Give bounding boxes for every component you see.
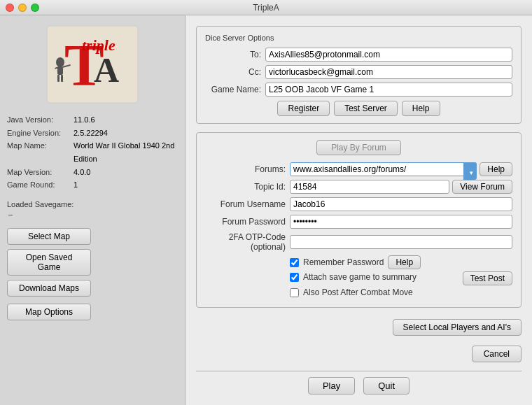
- select-map-button[interactable]: Select Map: [7, 228, 91, 245]
- java-version-value: 11.0.6: [74, 113, 178, 127]
- remember-password-row: Remember Password Help: [290, 255, 512, 269]
- username-label: Forum Username: [205, 199, 286, 209]
- game-name-row: Game Name:: [205, 83, 512, 97]
- password-label: Forum Password: [205, 217, 286, 227]
- map-name-row: Map Name: World War II Global 1940 2nd E…: [7, 139, 178, 165]
- forums-label: Forums:: [205, 164, 286, 174]
- game-name-label: Game Name:: [205, 85, 261, 94]
- java-version-label: Java Version:: [7, 113, 74, 127]
- java-version-row: Java Version: 11.0.6: [7, 113, 178, 127]
- left-panel: T triple A Java Version: 11.0.6: [0, 15, 186, 405]
- quit-button[interactable]: Quit: [363, 377, 410, 395]
- close-button[interactable]: [6, 3, 14, 12]
- triplea-logo: T triple A: [43, 22, 141, 106]
- topic-id-row: Topic Id: View Forum: [205, 180, 512, 194]
- loaded-savegame-label: Loaded Savegame:: [7, 200, 74, 208]
- cancel-area: Cancel: [196, 346, 522, 362]
- dice-help-button[interactable]: Help: [402, 101, 440, 116]
- engine-version-label: Engine Version:: [7, 127, 74, 140]
- map-version-row: Map Version: 4.0.0: [7, 166, 178, 179]
- left-buttons: Select Map Open Saved Game Download Maps: [7, 228, 178, 297]
- forum-section: Play By Forum Forums: www.axisandallies.…: [196, 132, 522, 308]
- svg-point-4: [56, 57, 64, 67]
- map-options-button[interactable]: Map Options: [7, 304, 91, 320]
- to-row: To:: [205, 48, 512, 62]
- otp-label: 2FA OTP-Code (optional): [205, 232, 286, 252]
- svg-rect-8: [57, 75, 59, 82]
- logo-area: T triple A: [7, 22, 178, 106]
- to-input[interactable]: [265, 48, 512, 62]
- remember-help-button[interactable]: Help: [388, 255, 421, 269]
- cc-input[interactable]: [265, 65, 512, 79]
- to-label: To:: [205, 50, 261, 59]
- otp-row: 2FA OTP-Code (optional): [205, 232, 512, 252]
- attach-save-label: Attach save game to summary: [303, 272, 416, 282]
- info-table: Java Version: 11.0.6 Engine Version: 2.5…: [7, 113, 178, 192]
- maximize-button[interactable]: [31, 3, 39, 12]
- cancel-button[interactable]: Cancel: [472, 346, 522, 362]
- right-panel: Dice Server Options To: Cc: Game Name: R…: [186, 15, 532, 405]
- svg-rect-5: [57, 66, 63, 75]
- game-round-label: Game Round:: [7, 178, 74, 192]
- title-bar: TripleA: [0, 0, 532, 15]
- svg-text:A: A: [94, 50, 119, 90]
- forums-select-wrapper: www.axisandallies.org/forums/: [290, 162, 477, 176]
- game-name-input[interactable]: [265, 83, 512, 97]
- map-version-value: 4.0.0: [74, 166, 178, 179]
- checkbox-area: Remember Password Help Attach save game …: [290, 255, 512, 300]
- loaded-savegame-value: –: [7, 210, 178, 218]
- topic-id-area: View Forum: [290, 180, 512, 194]
- window-controls[interactable]: [6, 3, 39, 12]
- forums-row: Forums: www.axisandallies.org/forums/ He…: [205, 162, 512, 176]
- svg-rect-9: [61, 75, 63, 82]
- bottom-bar: Play Quit: [196, 371, 522, 395]
- open-saved-game-button[interactable]: Open Saved Game: [7, 249, 91, 276]
- otp-input[interactable]: [290, 235, 512, 249]
- view-forum-button[interactable]: View Forum: [452, 180, 512, 194]
- main-content: T triple A Java Version: 11.0.6: [0, 15, 532, 405]
- topic-id-input[interactable]: [290, 180, 449, 194]
- attach-save-checkbox[interactable]: [290, 273, 299, 282]
- minimize-button[interactable]: [18, 3, 27, 12]
- attach-save-row: Attach save game to summary: [290, 272, 416, 282]
- map-version-label: Map Version:: [7, 166, 74, 179]
- engine-version-value: 2.5.22294: [74, 127, 178, 140]
- play-by-forum-button[interactable]: Play By Forum: [316, 140, 401, 155]
- window-title: TripleA: [253, 3, 279, 13]
- engine-version-row: Engine Version: 2.5.22294: [7, 127, 178, 140]
- dice-server-title: Dice Server Options: [205, 34, 512, 42]
- password-input[interactable]: [290, 215, 512, 229]
- remember-password-checkbox[interactable]: [290, 258, 299, 267]
- topic-id-label: Topic Id:: [205, 182, 286, 192]
- select-players-button[interactable]: Select Local Players and AI's: [393, 319, 522, 336]
- forums-help-button[interactable]: Help: [479, 162, 512, 176]
- game-round-value: 1: [74, 178, 178, 192]
- loaded-savegame-section: Loaded Savegame: –: [7, 200, 178, 218]
- cc-label: Cc:: [205, 67, 261, 77]
- dice-server-group: Dice Server Options To: Cc: Game Name: R…: [196, 26, 522, 124]
- username-row: Forum Username: [205, 197, 512, 211]
- map-options-section: Map Options: [7, 304, 178, 320]
- download-maps-button[interactable]: Download Maps: [7, 280, 91, 297]
- remember-password-label: Remember Password: [303, 257, 384, 267]
- dice-server-buttons: Register Test Server Help: [205, 101, 512, 116]
- username-input[interactable]: [290, 197, 512, 211]
- forums-select[interactable]: www.axisandallies.org/forums/: [290, 162, 477, 176]
- forums-input-area: www.axisandallies.org/forums/ Help: [290, 162, 512, 176]
- also-post-label: Also Post After Combat Move: [303, 287, 413, 297]
- game-round-row: Game Round: 1: [7, 178, 178, 192]
- register-button[interactable]: Register: [277, 101, 330, 116]
- also-post-checkbox[interactable]: [290, 288, 299, 297]
- password-row: Forum Password: [205, 215, 512, 229]
- map-name-value: World War II Global 1940 2nd Edition: [74, 139, 178, 165]
- cc-row: Cc:: [205, 65, 512, 79]
- test-post-button[interactable]: Test Post: [463, 271, 512, 285]
- test-server-button[interactable]: Test Server: [334, 101, 398, 116]
- play-button[interactable]: Play: [308, 377, 355, 395]
- also-post-row: Also Post After Combat Move: [290, 287, 512, 297]
- map-name-label: Map Name:: [7, 139, 74, 165]
